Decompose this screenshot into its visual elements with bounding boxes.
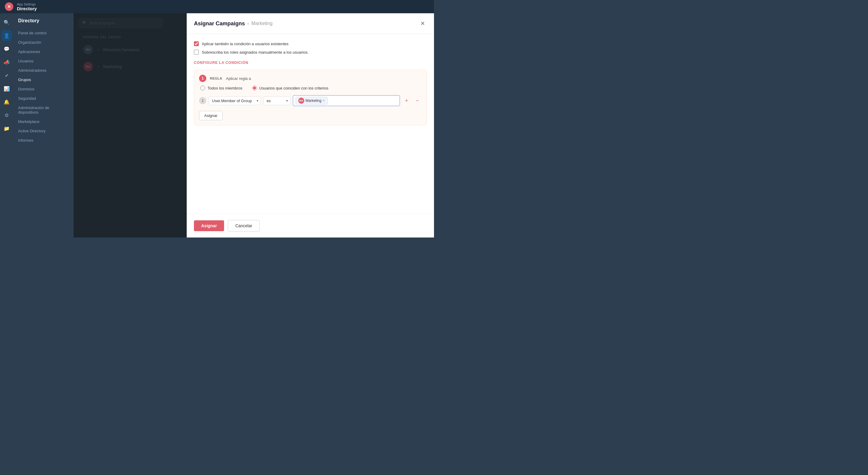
rule-section: 1 REGLA Aplicar regla a Todos los miembr… <box>194 70 427 125</box>
sidebar-item-administradores[interactable]: Administradores <box>13 66 73 75</box>
radio-group: Todos los miembros Usuarios que coincide… <box>199 86 422 91</box>
sidebar-item-active-directory[interactable]: Active Directory <box>13 126 73 136</box>
sidebar-icon-tasks[interactable]: ✔ <box>1 70 12 81</box>
breadcrumb-item: Marketing <box>251 21 272 26</box>
sidebar-item-panel-control[interactable]: Panel de control <box>13 28 73 38</box>
condition-operator-select[interactable]: es no es contiene <box>263 96 290 105</box>
app-close-button[interactable]: ✕ <box>5 2 13 11</box>
tag-input-area[interactable]: MA Marketing × <box>293 95 400 106</box>
sidebar-item-grupos[interactable]: Grupos <box>13 75 73 84</box>
configure-section-title: CONFIGURE LA CONDICIÓN <box>194 61 427 65</box>
sidebar-icon-settings[interactable]: ⚙ <box>1 110 12 121</box>
sidebar-icon-reports[interactable]: 📊 <box>1 83 12 94</box>
sidebar-item-dominios[interactable]: Dominios <box>13 84 73 94</box>
modal-overlay: Asignar Campaigns ‹ Marketing ✕ Aplicar … <box>73 13 434 238</box>
modal-title: Asignar Campaigns <box>194 21 245 27</box>
modal-body: Aplicar también la condición a usuarios … <box>187 34 434 214</box>
radio-all-members-label: Todos los miembros <box>208 86 243 91</box>
rule-number-badge: 1 <box>199 75 206 82</box>
apply-rule-label: Aplicar regla a <box>226 76 251 81</box>
content-area: 🔍 Buscar grupos NOMBRE DEL GRUPO RH ↗ Re… <box>73 13 434 238</box>
assign-button[interactable]: Asignar <box>194 220 224 231</box>
checkbox-apply-existing[interactable] <box>194 41 199 46</box>
radio-all-members[interactable] <box>200 86 205 91</box>
condition-operator-wrapper: es no es contiene <box>263 96 290 105</box>
sidebar-item-seguridad[interactable]: Seguridad <box>13 94 73 103</box>
remove-condition-button[interactable]: − <box>413 96 422 105</box>
modal-footer: Asignar Cancelar <box>187 214 434 238</box>
sidebar-icon-directory[interactable]: 👤 <box>1 30 12 41</box>
tag-marketing: MA Marketing × <box>296 97 328 105</box>
sidebar-item-dispositivos[interactable]: Administración de dispositivos <box>13 103 73 117</box>
sidebar-icon-archive[interactable]: 📁 <box>1 123 12 134</box>
radio-matching-criteria-label: Usuarios que coinciden con los criterios <box>259 86 329 91</box>
checkbox-row-2: Sobrescriba los roles asignados manualme… <box>194 50 427 55</box>
condition-number: 1 <box>199 97 206 104</box>
sidebar-icon-search[interactable]: 🔍 <box>1 17 12 28</box>
top-bar: ✕ App Settings Directory <box>0 0 434 13</box>
top-bar-title: App Settings Directory <box>17 2 37 11</box>
sidebar-item-informes[interactable]: Informes <box>13 136 73 145</box>
tag-text-input[interactable] <box>329 99 397 103</box>
modal-close-button[interactable]: ✕ <box>418 19 427 28</box>
rule-label: REGLA <box>210 76 222 80</box>
sidebar-item-usuarios[interactable]: Usuarios <box>13 56 73 66</box>
tag-label: Marketing <box>306 99 321 103</box>
breadcrumb-separator: ‹ <box>247 21 249 26</box>
checkbox-row-1: Aplicar también la condición a usuarios … <box>194 41 427 46</box>
sidebar-item-aplicaciones[interactable]: Aplicaciones <box>13 47 73 56</box>
sidebar-icon-notifications[interactable]: 🔔 <box>1 96 12 107</box>
checkbox-overwrite-roles-label: Sobrescriba los roles asignados manualme… <box>202 50 309 55</box>
radio-matching-criteria[interactable] <box>252 86 257 91</box>
assign-small-wrapper: Asignar <box>199 111 422 120</box>
sidebar-item-marketplace[interactable]: Marketplace <box>13 117 73 126</box>
modal: Asignar Campaigns ‹ Marketing ✕ Aplicar … <box>187 13 434 238</box>
modal-header: Asignar Campaigns ‹ Marketing ✕ <box>187 13 434 34</box>
nav-sidebar-title: Directory <box>13 18 73 28</box>
condition-field-wrapper: User.Member of Group User.Department Use… <box>209 96 261 105</box>
radio-option-matching-criteria[interactable]: Usuarios que coinciden con los criterios <box>252 86 329 91</box>
tag-remove-button[interactable]: × <box>323 99 325 102</box>
checkbox-overwrite-roles[interactable] <box>194 50 199 55</box>
condition-row: 1 User.Member of Group User.Department U… <box>199 95 422 106</box>
condition-field-select[interactable]: User.Member of Group User.Department Use… <box>209 96 261 105</box>
tag-badge: MA <box>298 98 304 104</box>
add-condition-button[interactable]: + <box>402 96 411 105</box>
radio-option-all-members[interactable]: Todos los miembros <box>200 86 243 91</box>
directory-title: Directory <box>17 6 37 11</box>
sidebar-icon-chat[interactable]: 💬 <box>1 43 12 54</box>
app-settings-label: App Settings <box>17 2 37 6</box>
checkbox-apply-existing-label: Aplicar también la condición a usuarios … <box>202 42 289 46</box>
cancel-button[interactable]: Cancelar <box>228 220 260 232</box>
sidebar-item-organizacion[interactable]: Organización <box>13 38 73 47</box>
main-layout: 🔍 👤 💬 📣 ✔ 📊 🔔 ⚙ 📁 Directory Panel de con… <box>0 13 434 238</box>
sidebar-icon-campaigns[interactable]: 📣 <box>1 57 12 68</box>
icon-sidebar: 🔍 👤 💬 📣 ✔ 📊 🔔 ⚙ 📁 <box>0 13 13 238</box>
assign-small-button[interactable]: Asignar <box>199 111 223 120</box>
rule-header: 1 REGLA Aplicar regla a <box>199 75 422 82</box>
nav-sidebar: Directory Panel de control Organización … <box>13 13 73 238</box>
modal-header-left: Asignar Campaigns ‹ Marketing <box>194 21 273 27</box>
